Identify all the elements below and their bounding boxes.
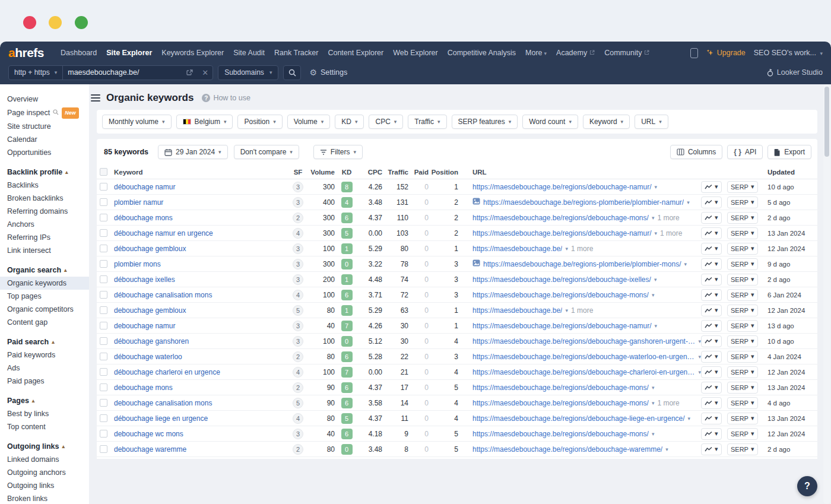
sidebar-item-top-content[interactable]: Top content: [0, 420, 89, 433]
settings-button[interactable]: ⚙Settings: [309, 68, 347, 77]
row-checkbox[interactable]: [100, 399, 107, 407]
open-external-icon[interactable]: [182, 69, 198, 77]
keyword-link[interactable]: débouchage ixelles: [114, 275, 175, 284]
keyword-link[interactable]: débouchage liege en urgence: [114, 414, 208, 423]
sidebar-item-referring-ips[interactable]: Referring IPs: [0, 231, 89, 244]
api-button[interactable]: { } API: [727, 145, 763, 159]
trend-chart-button[interactable]: ▾: [701, 289, 722, 301]
chevron-down-icon[interactable]: ▾: [655, 323, 658, 329]
sidebar-item-opportunities[interactable]: Opportunities: [0, 146, 89, 159]
trend-chart-button[interactable]: ▾: [701, 274, 722, 286]
result-url-link[interactable]: https://maesdebouchage.be/regions/debouc…: [472, 414, 685, 423]
window-minimize-button[interactable]: [49, 16, 62, 29]
serp-button[interactable]: SERP▾: [727, 443, 758, 455]
trend-chart-button[interactable]: ▾: [701, 243, 722, 255]
nav-item-community[interactable]: Community: [604, 49, 649, 57]
row-checkbox[interactable]: [100, 383, 107, 391]
more-urls-link[interactable]: 1 more: [571, 245, 593, 253]
keyword-link[interactable]: debouchage namur: [114, 322, 175, 330]
chevron-down-icon[interactable]: ▾: [652, 292, 655, 298]
keyword-link[interactable]: débouchage canalisation mons: [114, 291, 212, 299]
header-sf[interactable]: SF: [289, 169, 307, 176]
result-url-link[interactable]: https://maesdebouchage.be/regions/debouc…: [472, 214, 649, 222]
chevron-down-icon[interactable]: ▾: [652, 215, 655, 221]
sidebar-item-overview[interactable]: Overview: [0, 93, 89, 106]
trend-chart-button[interactable]: ▾: [701, 181, 722, 193]
trend-chart-button[interactable]: ▾: [701, 305, 722, 316]
sidebar-section-paid-search[interactable]: Paid search▴: [0, 335, 89, 348]
sidebar-item-broken-backlinks[interactable]: Broken backlinks: [0, 192, 89, 205]
result-url-link[interactable]: https://maesdebouchage.be/regions/debouc…: [472, 291, 649, 299]
serp-button[interactable]: SERP▾: [727, 274, 758, 286]
more-urls-link[interactable]: 1 more: [657, 214, 679, 222]
row-checkbox[interactable]: [100, 322, 107, 329]
filter-pill-serp-features[interactable]: SERP features▾: [452, 115, 518, 129]
trend-chart-button[interactable]: ▾: [701, 212, 722, 224]
row-checkbox[interactable]: [100, 368, 107, 376]
keyword-link[interactable]: debouchage mons: [114, 383, 173, 392]
serp-button[interactable]: SERP▾: [727, 428, 758, 440]
serp-button[interactable]: SERP▾: [727, 335, 758, 347]
sidebar-item-link-intersect[interactable]: Link intersect: [0, 244, 89, 257]
keyword-link[interactable]: débouchage ganshoren: [114, 337, 189, 345]
serp-button[interactable]: SERP▾: [727, 413, 758, 424]
more-urls-link[interactable]: 1 more: [571, 306, 593, 315]
help-button[interactable]: ?: [797, 476, 817, 496]
result-url-link[interactable]: https://maesdebouchage.be/regions/debouc…: [472, 430, 649, 438]
sidebar-item-referring-domains[interactable]: Referring domains: [0, 205, 89, 218]
menu-icon[interactable]: [91, 93, 100, 103]
filter-pill-position[interactable]: Position▾: [237, 115, 282, 129]
chevron-down-icon[interactable]: ▾: [654, 277, 657, 283]
trend-chart-button[interactable]: ▾: [701, 335, 722, 347]
sidebar-item-ads[interactable]: Ads: [0, 362, 89, 375]
serp-button[interactable]: SERP▾: [727, 258, 758, 270]
upgrade-button[interactable]: Upgrade: [706, 49, 746, 57]
row-checkbox[interactable]: [100, 337, 107, 345]
result-url-link[interactable]: https://maesdebouchage.be/regions/debouc…: [472, 445, 662, 454]
serp-button[interactable]: SERP▾: [727, 366, 758, 378]
result-url-link[interactable]: https://maesdebouchage.be/regions/debouc…: [472, 368, 695, 376]
header-url[interactable]: URL: [458, 169, 701, 176]
chevron-down-icon[interactable]: ▾: [688, 416, 691, 421]
header-kd[interactable]: KD: [335, 169, 359, 176]
row-checkbox[interactable]: [100, 245, 107, 252]
serp-button[interactable]: SERP▾: [727, 212, 758, 224]
nav-item-site-audit[interactable]: Site Audit: [233, 49, 265, 57]
serp-button[interactable]: SERP▾: [727, 351, 758, 363]
clear-input-icon[interactable]: ✕: [198, 68, 212, 77]
looker-studio-button[interactable]: Looker Studio: [767, 68, 823, 77]
keyword-link[interactable]: plombier namur: [114, 198, 163, 207]
serp-button[interactable]: SERP▾: [727, 227, 758, 239]
trend-chart-button[interactable]: ▾: [701, 397, 722, 409]
keyword-link[interactable]: débouchage mons: [114, 214, 173, 222]
header-traffic[interactable]: Traffic: [382, 169, 408, 176]
header-keyword[interactable]: Keyword: [114, 169, 289, 176]
result-url-link[interactable]: https://maesdebouchage.be/: [472, 306, 562, 315]
keyword-link[interactable]: débouchage gembloux: [114, 245, 186, 253]
header-volume[interactable]: Volume: [307, 169, 335, 176]
nav-item-more[interactable]: More▾: [525, 49, 547, 57]
sidebar-item-page-inspect[interactable]: Page inspectNew: [0, 106, 89, 120]
row-checkbox[interactable]: [100, 275, 107, 283]
chevron-down-icon[interactable]: ▾: [565, 308, 568, 313]
filter-pill-traffic[interactable]: Traffic▾: [408, 115, 446, 129]
header-paid[interactable]: Paid: [408, 169, 429, 176]
select-all-checkbox[interactable]: [100, 168, 107, 176]
keyword-link[interactable]: debouchage canalisation mons: [114, 399, 212, 407]
sidebar-section-backlink-profile[interactable]: Backlink profile▴: [0, 166, 89, 179]
chevron-down-icon[interactable]: ▾: [684, 261, 687, 267]
filter-pill-keyword[interactable]: Keyword▾: [583, 115, 630, 129]
nav-item-keywords-explorer[interactable]: Keywords Explorer: [161, 49, 224, 57]
keyword-link[interactable]: débouchage waterloo: [114, 353, 182, 361]
chevron-down-icon[interactable]: ▾: [665, 446, 668, 452]
keyword-link[interactable]: plombier mons: [114, 260, 161, 268]
row-checkbox[interactable]: [100, 229, 107, 237]
trend-chart-button[interactable]: ▾: [701, 443, 722, 455]
row-checkbox[interactable]: [100, 353, 107, 360]
more-urls-link[interactable]: 1 more: [660, 229, 682, 237]
date-picker-button[interactable]: 29 Jan 2024▾: [158, 145, 228, 159]
how-to-use-link[interactable]: ? How to use: [202, 94, 250, 102]
sidebar-item-organic-keywords[interactable]: Organic keywords: [0, 277, 89, 290]
row-checkbox[interactable]: [100, 198, 107, 206]
sidebar-item-content-gap[interactable]: Content gap: [0, 316, 89, 329]
